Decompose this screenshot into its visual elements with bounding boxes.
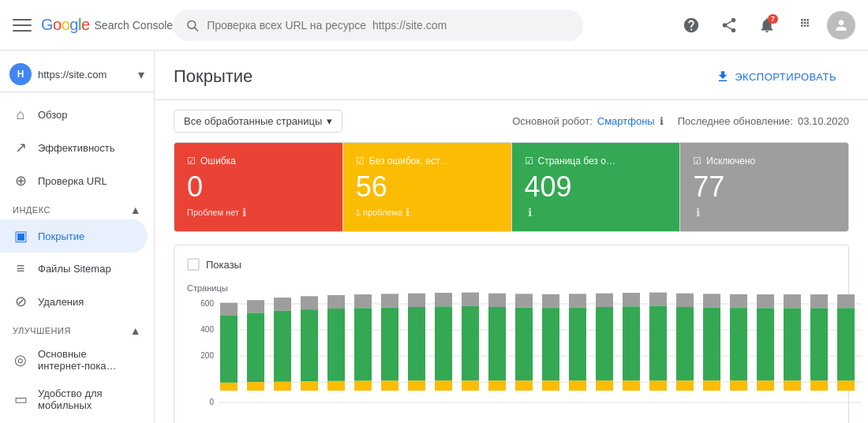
svg-rect-67 [703,380,720,391]
svg-rect-41 [488,294,506,307]
svg-rect-40 [462,380,479,391]
check-icon: ☑ [693,155,702,167]
svg-rect-51 [569,308,586,381]
svg-rect-31 [381,380,398,391]
filter-label: Все обработанные страницы [184,115,322,127]
svg-rect-11 [220,303,238,316]
help-button[interactable] [675,9,707,41]
svg-rect-26 [354,294,372,308]
filter-button[interactable]: Все обработанные страницы ▾ [174,110,342,133]
index-section-header: Индекс ▲ [0,197,154,219]
sidebar-item-mobile[interactable]: ▭ Удобство для мобильных [0,380,148,419]
stat-card-excluded[interactable]: ☑ Исключено 77 ℹ [680,143,848,231]
svg-rect-68 [730,294,747,308]
notification-count: 7 [768,14,778,24]
svg-rect-73 [757,380,774,391]
svg-rect-44 [515,294,533,307]
page-title: Покрытие [174,66,253,87]
coverage-icon: ▣ [13,227,28,245]
download-icon [716,69,730,84]
card-title: Без ошибок, ест… [369,155,450,167]
layout: H https://site.com ▾ ⌂ Обзор ↗ Эффективн… [0,51,868,423]
svg-rect-65 [703,294,720,307]
mobile-icon: ▭ [13,391,28,408]
main-header: Покрытие ЭКСПОРТИРОВАТЬ [155,51,868,100]
chart-area: Показы Страницы 600 400 200 0 [174,245,849,423]
sidebar-item-label: Обзор [38,109,68,121]
card-info-icon[interactable]: ℹ [406,206,410,219]
avatar[interactable] [827,11,855,39]
card-number-error: 0 [187,173,330,201]
sidebar-item-label: Проверка URL [38,175,107,187]
stat-card-valid[interactable]: ☑ Страница без о… 409 ℹ [512,143,681,231]
svg-rect-62 [676,294,694,307]
svg-rect-56 [623,293,640,306]
sidebar-item-breadcrumbs[interactable]: ⊙ Строки навигации [0,419,148,423]
card-info-icon[interactable]: ℹ [242,206,246,219]
sidebar-item-performance[interactable]: ↗ Эффективность [0,131,148,164]
apps-button[interactable] [789,9,821,41]
svg-rect-27 [354,308,372,380]
sidebar-item-label: Эффективность [38,142,115,154]
svg-rect-81 [837,308,855,380]
sidebar-item-overview[interactable]: ⌂ Обзор [0,99,148,131]
menu-icon[interactable] [13,16,32,35]
collapse-icon[interactable]: ▲ [130,204,141,216]
sidebar-item-sitemaps[interactable]: ≡ Файлы Sitemap [0,253,148,285]
svg-text:0: 0 [209,398,214,406]
filter-meta: Основной робот: Смартфоны ℹ Последнее об… [512,115,849,127]
svg-rect-34 [408,380,425,391]
svg-rect-82 [837,380,855,391]
card-header-excluded: ☑ Исключено [693,155,836,167]
header: Google Search Console 7 [0,0,868,51]
sidebar-item-coverage[interactable]: ▣ Покрытие [0,219,148,253]
stat-cards: ☑ Ошибка 0 Проблем нет ℹ ☑ Без ошибок, е… [174,142,849,232]
legend-checkbox[interactable] [187,258,200,271]
sidebar-item-url-inspection[interactable]: ⊕ Проверка URL [0,164,148,197]
collapse-icon[interactable]: ▲ [130,324,141,337]
card-header-error: ☑ Ошибка [187,155,330,167]
svg-rect-58 [623,380,640,391]
svg-rect-22 [301,381,318,391]
search-bar[interactable] [173,9,583,41]
chevron-down-icon: ▾ [138,67,144,82]
header-actions: 7 [675,9,855,41]
sidebar-item-removals[interactable]: ⊘ Удаления [0,285,148,318]
stat-card-error[interactable]: ☑ Ошибка 0 Проблем нет ℹ [174,143,343,231]
update-date: 03.10.2020 [798,115,849,127]
svg-text:400: 400 [200,325,214,334]
svg-rect-77 [810,294,828,308]
inspect-icon: ⊕ [13,172,28,189]
stat-card-warning[interactable]: ☑ Без ошибок, ест… 56 1 проблема ℹ [343,143,512,231]
svg-rect-46 [515,380,533,391]
site-selector[interactable]: H https://site.com ▾ [0,57,154,92]
card-title: Исключено [706,155,755,167]
sidebar-item-label: Файлы Sitemap [38,263,111,275]
info-icon[interactable]: ℹ [660,115,664,127]
svg-rect-25 [327,381,345,391]
product-name: Search Console [95,19,174,32]
svg-rect-16 [247,382,264,391]
chevron-down-icon: ▾ [327,115,332,127]
svg-rect-63 [676,307,694,380]
card-desc-warning: 1 проблема ℹ [356,206,499,219]
svg-rect-61 [649,380,667,391]
svg-rect-33 [408,307,425,380]
svg-rect-79 [810,380,828,391]
share-button[interactable] [713,9,745,41]
card-header-valid: ☑ Страница без о… [525,155,668,167]
export-button[interactable]: ЭКСПОРТИРОВАТЬ [703,63,849,90]
search-input[interactable] [207,19,571,32]
card-info-icon[interactable]: ℹ [528,206,532,219]
notifications-button[interactable]: 7 [751,9,783,41]
card-info-icon[interactable]: ℹ [696,206,700,219]
svg-rect-60 [649,306,667,381]
card-header-warning: ☑ Без ошибок, ест… [356,155,499,167]
search-icon [185,18,199,32]
sidebar-item-vitals[interactable]: ◎ Основные интернет-пока… [0,340,148,380]
check-icon: ☑ [187,155,196,167]
svg-rect-42 [488,307,506,380]
home-icon: ⌂ [13,107,28,123]
logo-container: Google Search Console [41,16,173,34]
sidebar-item-label: Удаления [38,296,84,308]
